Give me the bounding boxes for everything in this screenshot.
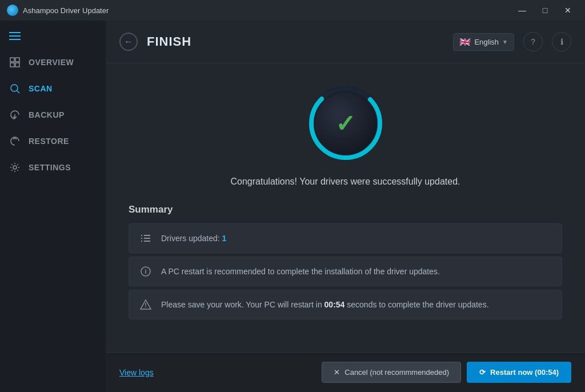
settings-icon: [9, 162, 21, 173]
checkmark-icon: ✓: [335, 110, 355, 138]
svg-rect-0: [10, 58, 14, 62]
success-area: ✓ Congratulations! Your drivers were suc…: [129, 63, 562, 204]
sidebar-label-backup: BACKUP: [29, 110, 65, 119]
svg-rect-1: [15, 58, 19, 62]
chevron-down-icon: ▼: [502, 39, 508, 45]
page-title: FINISH: [147, 34, 444, 49]
summary-title: Summary: [129, 204, 562, 215]
language-selector[interactable]: 🇬🇧 English ▼: [453, 33, 514, 51]
restart-recommended-text: A PC restart is recommended to complete …: [161, 267, 440, 276]
sidebar-label-overview: OVERVIEW: [29, 58, 74, 67]
summary-row-warning: ! Please save your work. Your PC will re…: [129, 290, 562, 319]
restart-button[interactable]: ⟳ Restart now (00:54): [467, 362, 571, 383]
content-main: ✓ Congratulations! Your drivers were suc…: [106, 63, 585, 352]
summary-row-drivers: Drivers updated: 1: [129, 223, 562, 253]
sidebar-item-backup[interactable]: BACKUP: [0, 102, 106, 128]
sidebar: OVERVIEW SCAN BACKUP RESTORE SETTINGS: [0, 21, 106, 392]
app-icon: [7, 5, 18, 16]
svg-rect-3: [15, 63, 19, 67]
content-footer: View logs ✕ Cancel (not recommmendeded) …: [106, 352, 585, 392]
footer-actions: ✕ Cancel (not recommmendeded) ⟳ Restart …: [322, 362, 571, 383]
success-circle: ✓: [308, 86, 383, 161]
sidebar-label-scan: SCAN: [29, 84, 53, 93]
warning-text: Please save your work. Your PC will rest…: [161, 300, 489, 309]
svg-text:!: !: [145, 302, 146, 309]
overview-icon: [9, 57, 21, 68]
sidebar-label-restore: RESTORE: [29, 137, 69, 146]
hamburger-icon: [9, 32, 21, 40]
language-label: English: [474, 38, 499, 46]
warning-icon: !: [139, 298, 152, 311]
cancel-label: Cancel (not recommmendeded): [344, 368, 449, 377]
maximize-button[interactable]: □: [535, 2, 555, 18]
cancel-button[interactable]: ✕ Cancel (not recommmendeded): [322, 362, 461, 383]
summary-row-restart-info: i A PC restart is recommended to complet…: [129, 257, 562, 286]
info-button[interactable]: ℹ: [552, 32, 571, 51]
titlebar: Ashampoo Driver Updater — □ ✕: [0, 0, 585, 21]
view-logs-link[interactable]: View logs: [119, 368, 154, 377]
window-controls: — □ ✕: [512, 2, 578, 18]
content-header: ← FINISH 🇬🇧 English ▼ ? ℹ: [106, 21, 585, 63]
success-message: Congratulations! Your drivers were succe…: [231, 177, 460, 187]
close-button[interactable]: ✕: [558, 2, 578, 18]
svg-point-7: [13, 166, 17, 169]
back-button[interactable]: ←: [119, 33, 138, 51]
svg-text:i: i: [145, 268, 146, 275]
cancel-x-icon: ✕: [334, 368, 340, 377]
restart-icon: ⟳: [479, 368, 486, 377]
app-body: OVERVIEW SCAN BACKUP RESTORE SETTINGS ← …: [0, 21, 585, 392]
restart-label: Restart now (00:54): [490, 368, 559, 377]
success-circle-inner: ✓: [315, 93, 376, 154]
sidebar-item-overview[interactable]: OVERVIEW: [0, 49, 106, 75]
sidebar-item-restore[interactable]: RESTORE: [0, 128, 106, 154]
minimize-button[interactable]: —: [512, 2, 532, 18]
svg-point-4: [11, 85, 18, 91]
restore-icon: [9, 135, 21, 147]
sidebar-item-settings[interactable]: SETTINGS: [0, 154, 106, 181]
backup-icon: [9, 109, 21, 121]
scan-icon: [9, 83, 21, 94]
svg-line-5: [17, 91, 20, 94]
menu-button[interactable]: [0, 25, 106, 47]
list-icon: [139, 232, 152, 245]
flag-icon: 🇬🇧: [459, 37, 471, 47]
sidebar-item-scan[interactable]: SCAN: [0, 75, 106, 102]
app-title: Ashampoo Driver Updater: [23, 6, 512, 15]
summary-section: Summary Drivers updated: 1: [129, 204, 562, 334]
sidebar-label-settings: SETTINGS: [29, 163, 71, 172]
help-button[interactable]: ?: [523, 32, 543, 51]
svg-rect-2: [10, 63, 14, 67]
drivers-updated-text: Drivers updated: 1: [161, 234, 226, 243]
info-circle-icon: i: [139, 265, 152, 278]
content-area: ← FINISH 🇬🇧 English ▼ ? ℹ: [106, 21, 585, 392]
